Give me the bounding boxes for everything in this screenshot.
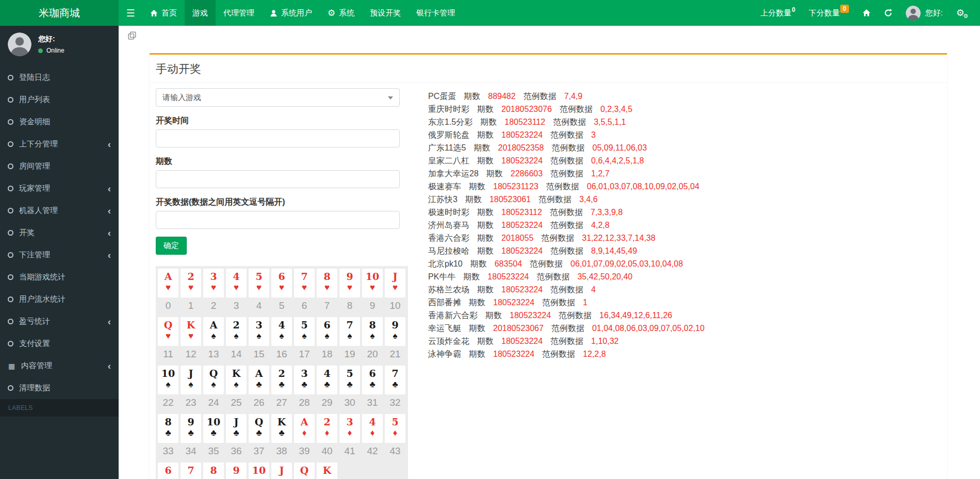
brand-logo[interactable]: 米珈商城	[0, 0, 119, 26]
circle-outline-icon	[8, 75, 13, 80]
card-suit-icon: ♠	[181, 379, 201, 389]
sidebar-item-profit-stats[interactable]: 盈亏统计‹	[0, 310, 119, 333]
circle-outline-icon	[8, 296, 13, 302]
nav-item-agent-management[interactable]: 代理管理	[216, 0, 262, 26]
game-line: 西部番摊期数180523224范例数据1	[428, 296, 712, 309]
card-suit-icon: ♦	[385, 428, 405, 438]
game-issue-value: 2018055	[501, 234, 533, 242]
circle-outline-icon	[8, 163, 13, 169]
card-index-number: 11	[157, 349, 179, 360]
game-name: 皇家二八杠	[428, 156, 469, 165]
sidebar-toggle-button[interactable]: ☰	[119, 0, 142, 26]
sidebar-item-score-management[interactable]: 上下分管理‹	[0, 133, 119, 155]
card-rank: 2	[181, 271, 201, 283]
card-suit-icon: ♠	[226, 331, 247, 341]
sidebar-item-funds-detail[interactable]: 资金明细	[0, 111, 119, 133]
card-rank: Q	[158, 319, 178, 331]
sidebar-item-label: 当期游戏统计	[19, 272, 66, 282]
card-suit-icon: ♣	[271, 428, 292, 438]
draw-data-label: 开奖数据(数据之间用英文逗号隔开)	[156, 197, 410, 208]
sample-label: 范例数据	[530, 259, 563, 268]
nav-item-label: 游戏	[192, 8, 208, 18]
sample-label: 范例数据	[538, 195, 571, 204]
sidebar-item-bet-management[interactable]: 下注管理‹	[0, 244, 119, 266]
game-name: 幸运飞艇	[428, 324, 461, 333]
sidebar-item-user-list[interactable]: 用户列表	[0, 89, 119, 111]
card-suit-icon: ♠	[226, 379, 247, 389]
sidebar-item-clean-data[interactable]: 清理数据	[0, 377, 119, 399]
issue-label: 期数	[469, 350, 485, 358]
card-suit-icon: ♦	[249, 476, 269, 479]
issue-number-input[interactable]	[156, 170, 400, 188]
sidebar-item-login-log[interactable]: 登陆日志	[0, 67, 119, 89]
draw-data-input[interactable]	[156, 211, 400, 229]
nav-item-system[interactable]: ⚙系统	[320, 0, 362, 26]
nav-item-system-users[interactable]: 系统用户	[262, 0, 320, 26]
card-rank: J	[385, 271, 405, 283]
circle-outline-icon	[8, 141, 13, 147]
card-rank: 3	[203, 271, 224, 283]
game-sample-value: 1,2,7	[591, 169, 610, 178]
chevron-left-icon: ‹	[108, 208, 111, 213]
game-select[interactable]: 请输入游戏	[156, 88, 400, 107]
card-rank: 4	[317, 368, 337, 379]
card-index-number: 18	[316, 349, 338, 360]
sidebar-item-player-management[interactable]: 玩家管理‹	[0, 177, 119, 200]
sidebar-item-content-management[interactable]: ▦内容管理‹	[0, 355, 119, 377]
chevron-left-icon: ‹	[108, 363, 111, 369]
game-name: 极速赛车	[428, 182, 461, 191]
up-score-badge: 0	[792, 6, 795, 13]
circle-outline-icon	[8, 119, 13, 125]
game-issue-value: 20180523067	[493, 324, 544, 333]
sidebar-item-current-game-stats[interactable]: 当期游戏统计	[0, 266, 119, 288]
game-issue-value: 180523224	[493, 298, 534, 307]
card-rank: 2	[271, 368, 292, 379]
playing-card: 9♥	[339, 269, 360, 298]
user-menu[interactable]: 您好:	[906, 6, 943, 21]
card-suit-icon: ♦	[294, 476, 315, 479]
sidebar-item-room-management[interactable]: 房间管理	[0, 155, 119, 177]
sidebar-item-robot-management[interactable]: 机器人管理‹	[0, 200, 119, 222]
refresh-icon[interactable]	[884, 9, 892, 17]
game-name: 俄罗斯轮盘	[428, 130, 469, 139]
card-index-number: 39	[293, 445, 316, 457]
down-score-link[interactable]: 下分数量0	[809, 8, 849, 18]
card-suit-icon: ♥	[181, 331, 201, 341]
playing-card: J♠	[181, 366, 201, 394]
sidebar-item-draw[interactable]: 开奖‹	[0, 222, 119, 244]
settings-gears-icon[interactable]: ⚙⚙	[956, 8, 965, 18]
game-name: PK牛牛	[428, 272, 455, 281]
game-sample-value: 1,10,32	[591, 337, 618, 345]
home-icon[interactable]	[862, 9, 871, 17]
issue-label: 期数	[485, 311, 502, 320]
nav-item-games[interactable]: 游戏	[185, 0, 216, 26]
card-index-number: 6	[293, 300, 316, 311]
sidebar-item-user-flow-stats[interactable]: 用户流水统计	[0, 288, 119, 310]
nav-item-home[interactable]: 首页	[142, 0, 185, 26]
playing-card: 7♥	[294, 269, 315, 298]
card-rank: J	[271, 465, 292, 476]
game-name: 重庆时时彩	[428, 105, 469, 113]
nav-item-preset-draw[interactable]: 预设开奖	[362, 0, 409, 26]
card-rank: Q	[203, 368, 224, 379]
game-issue-value: 180523224	[501, 130, 543, 139]
nav-item-bankcard-management[interactable]: 银行卡管理	[409, 0, 463, 26]
card-row: A♥2♥3♥4♥5♥6♥7♥8♥9♥10♥J♥	[156, 268, 408, 298]
game-issue-value: 180523224	[501, 221, 543, 229]
card-rank: 5	[294, 319, 315, 331]
game-sample-value: 1	[583, 298, 587, 307]
card-index-number: 42	[361, 445, 384, 457]
up-score-link[interactable]: 上分数量0	[760, 8, 795, 18]
game-issue-value: 2286603	[511, 169, 543, 178]
confirm-button[interactable]: 确定	[156, 237, 187, 255]
game-sample-value: 31,22,12,33,7,14,38	[582, 234, 655, 242]
card-index-number: 35	[202, 445, 225, 457]
card-rank: 3	[339, 416, 360, 428]
playing-card: K♦	[317, 463, 337, 479]
card-suit-icon: ♣	[385, 379, 405, 389]
circle-outline-icon	[8, 385, 13, 391]
sidebar-item-payment-settings[interactable]: 支付设置	[0, 333, 119, 355]
circle-outline-icon	[8, 186, 13, 191]
draw-time-input[interactable]	[156, 129, 400, 147]
playing-card: 6♠	[317, 317, 337, 346]
